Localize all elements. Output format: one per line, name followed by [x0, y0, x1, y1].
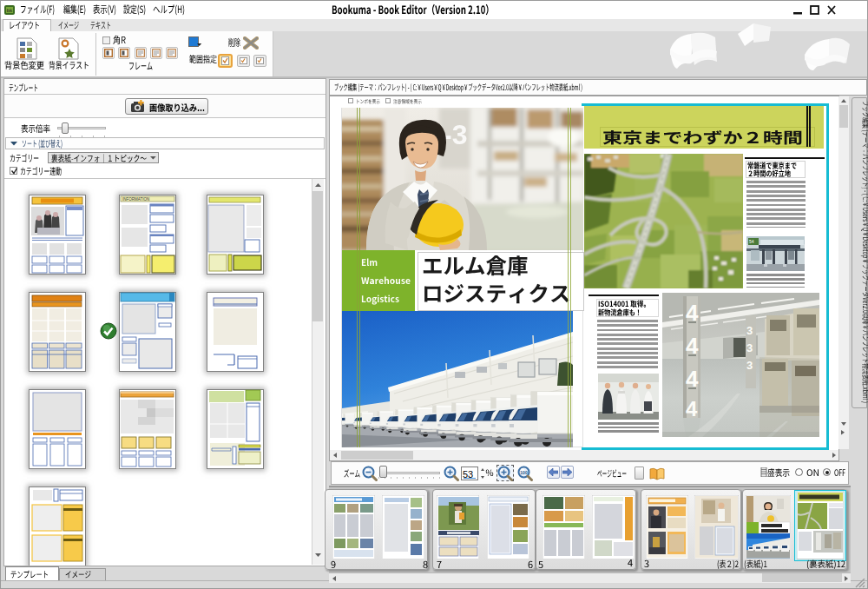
svg-text:54: 54: [749, 239, 754, 244]
svg-text:3: 3: [746, 359, 753, 372]
svg-text:3: 3: [746, 324, 753, 337]
svg-text:3: 3: [746, 341, 753, 354]
svg-text:4: 4: [686, 397, 698, 420]
svg-text:-3: -3: [443, 119, 467, 150]
svg-text:INFORMATION: INFORMATION: [122, 197, 149, 202]
svg-text:100: 100: [520, 470, 528, 475]
svg-text:bk: bk: [7, 8, 13, 13]
